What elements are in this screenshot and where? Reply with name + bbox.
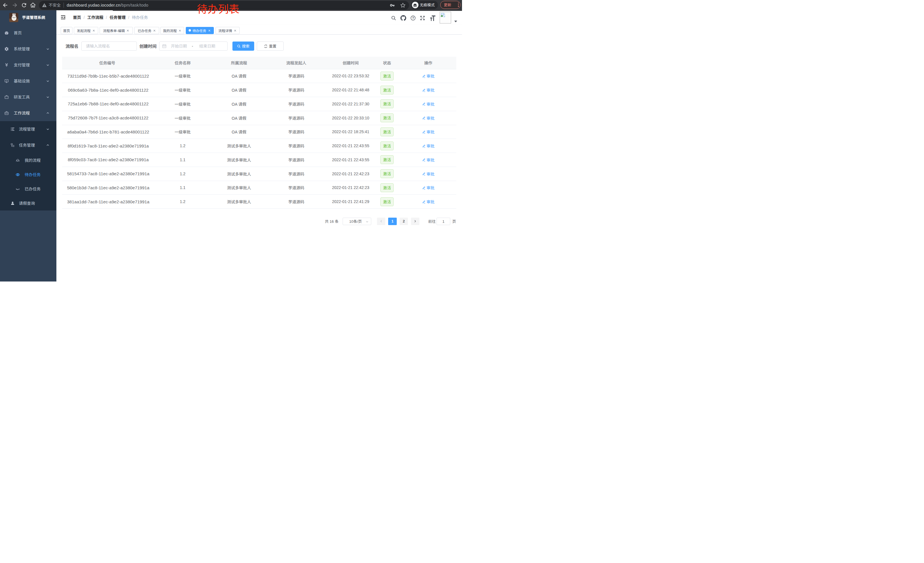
svg-text:?: ? — [412, 17, 414, 20]
